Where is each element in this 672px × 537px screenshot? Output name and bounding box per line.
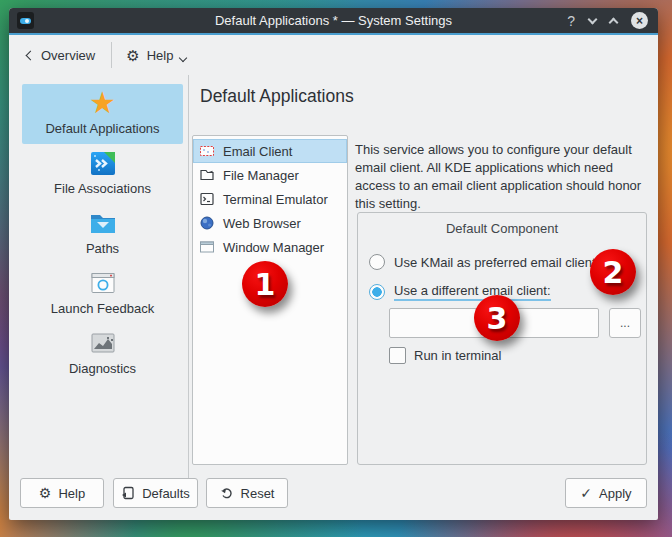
system-settings-window: Default Applications * — System Settings… [9,8,658,520]
sidebar: ★ Default Applications File Associations [9,75,188,470]
overview-label: Overview [41,48,95,63]
titlebar[interactable]: Default Applications * — System Settings… [9,8,658,33]
email-icon [199,143,215,159]
radio-use-different-client[interactable]: Use a different email client: [369,283,551,301]
file-associations-icon [87,147,119,179]
help-menu-button[interactable]: ⚙ Help [118,43,194,68]
folder-icon [199,167,215,183]
list-item-file-manager[interactable]: File Manager [193,163,347,187]
terminal-icon [199,191,215,207]
run-in-terminal-checkbox[interactable] [389,347,406,364]
annotation-badge-1: 1 [242,261,288,307]
list-item-web-browser[interactable]: Web Browser [193,211,347,235]
sidebar-item-diagnostics[interactable]: Diagnostics [22,324,183,384]
kde-gear-icon: ⚙ [126,48,139,63]
titlebar-help-icon[interactable]: ? [567,14,575,28]
radio-label-kmail: Use KMail as preferred email client [394,255,596,270]
run-in-terminal-row[interactable]: Run in terminal [389,347,501,364]
kde-gear-icon: ⚙ [39,486,52,500]
list-item-window-manager[interactable]: Window Manager [193,235,347,259]
service-description: This service allows you to configure you… [355,141,651,213]
window-title: Default Applications * — System Settings [9,13,658,28]
groupbox-title: Default Component [358,221,646,236]
defaults-button[interactable]: Defaults [113,478,198,508]
browse-button[interactable]: ... [609,308,641,338]
reset-button[interactable]: Reset [206,478,288,508]
close-icon[interactable]: × [631,12,648,29]
overview-button[interactable]: Overview [19,43,103,68]
defaults-icon [121,486,135,500]
sidebar-item-default-applications[interactable]: ★ Default Applications [22,84,183,144]
launch-feedback-icon [87,267,119,299]
help-menu-label: Help [147,48,174,63]
run-in-terminal-label: Run in terminal [414,348,501,363]
sidebar-item-launch-feedback[interactable]: Launch Feedback [22,264,183,324]
help-button[interactable]: ⚙ Help [20,478,104,508]
radio-label-different-client: Use a different email client: [394,283,551,301]
list-item-email-client[interactable]: Email Client [193,139,347,163]
window-icon [199,239,215,255]
apply-button[interactable]: ✓ Apply [565,478,647,508]
page-title: Default Applications [200,86,354,107]
toolbar: Overview ⚙ Help [9,35,658,75]
check-icon: ✓ [580,486,592,500]
toolbar-separator [111,42,112,68]
globe-icon [199,215,215,231]
diagnostics-icon [87,327,119,359]
radio-circle-kmail[interactable] [369,254,385,270]
radio-use-kmail[interactable]: Use KMail as preferred email client [369,254,596,270]
list-item-terminal-emulator[interactable]: Terminal Emulator [193,187,347,211]
undo-arrow-icon [220,486,234,500]
sidebar-item-file-associations[interactable]: File Associations [22,144,183,204]
minimize-icon[interactable] [589,19,596,23]
radio-circle-different-client[interactable] [369,284,385,300]
maximize-icon[interactable] [610,16,617,26]
star-icon: ★ [87,87,119,119]
sidebar-item-paths[interactable]: Paths [22,204,183,264]
chevron-down-icon [179,54,187,62]
folder-paths-icon [87,207,119,239]
sidebar-separator [188,75,189,478]
back-chevron-icon [26,50,36,60]
annotation-badge-3: 3 [474,295,520,341]
annotation-badge-2: 2 [590,249,636,295]
